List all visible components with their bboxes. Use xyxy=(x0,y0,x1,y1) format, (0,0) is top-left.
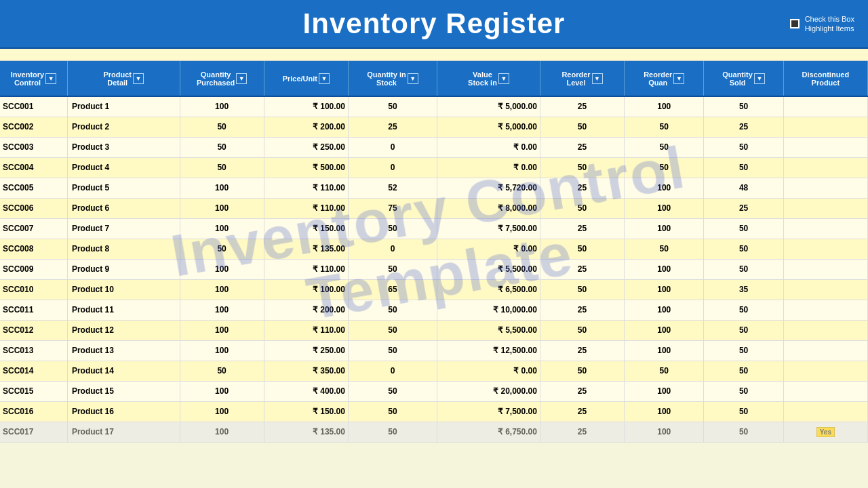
cell-row1-col1: Product 2 xyxy=(67,117,180,137)
price-unit-dropdown[interactable]: ▼ xyxy=(319,73,330,84)
col-header-price-unit: Price/Unit ▼ xyxy=(264,61,348,96)
cell-row12-col6: 25 xyxy=(540,340,624,361)
cell-row13-col8: 50 xyxy=(704,361,783,381)
cell-row11-col0: SCC012 xyxy=(0,320,67,340)
cell-row15-col6: 25 xyxy=(540,401,624,422)
cell-row2-col5: ₹ 0.00 xyxy=(437,137,540,157)
cell-row0-col0: SCC001 xyxy=(0,96,67,117)
cell-row7-col8: 50 xyxy=(704,239,783,259)
cell-row16-col1: Product 17 xyxy=(67,422,180,442)
cell-row11-col6: 50 xyxy=(540,320,624,340)
cell-row9-col8: 35 xyxy=(704,279,783,300)
cell-row3-col0: SCC004 xyxy=(0,157,67,178)
cell-row13-col2: 50 xyxy=(180,361,264,381)
table-row: SCC014Product 1450₹ 350.000₹ 0.00505050 xyxy=(0,361,868,381)
cell-row1-col3: ₹ 200.00 xyxy=(264,117,348,137)
page-title: Inventory Register xyxy=(149,7,719,40)
qty-purchase-dropdown[interactable]: ▼ xyxy=(236,73,247,84)
cell-row14-col8: 50 xyxy=(704,381,783,401)
cell-row3-col1: Product 4 xyxy=(67,157,180,178)
cell-row13-col7: 50 xyxy=(625,361,704,381)
cell-row8-col7: 100 xyxy=(625,259,704,279)
cell-row14-col7: 100 xyxy=(625,381,704,401)
cell-row16-col2: 100 xyxy=(180,422,264,442)
inv-control-dropdown[interactable]: ▼ xyxy=(45,73,56,84)
cell-row6-col8: 50 xyxy=(704,218,783,239)
cell-row1-col0: SCC002 xyxy=(0,117,67,137)
table-row: SCC001Product 1100₹ 100.0050₹ 5,000.0025… xyxy=(0,96,868,117)
cell-row15-col1: Product 16 xyxy=(67,401,180,422)
cell-row3-col3: ₹ 500.00 xyxy=(264,157,348,178)
cell-row6-col3: ₹ 150.00 xyxy=(264,218,348,239)
cell-row9-col9 xyxy=(783,279,867,300)
cell-row11-col2: 100 xyxy=(180,320,264,340)
col-header-value-stock: Value Stock in ▼ xyxy=(437,61,540,96)
product-detail-dropdown[interactable]: ▼ xyxy=(133,73,144,84)
cell-row14-col2: 100 xyxy=(180,381,264,401)
cell-row7-col6: 50 xyxy=(540,239,624,259)
cell-row5-col0: SCC006 xyxy=(0,198,67,218)
cell-row10-col4: 50 xyxy=(348,300,437,320)
cell-row13-col3: ₹ 350.00 xyxy=(264,361,348,381)
cell-row11-col3: ₹ 110.00 xyxy=(264,320,348,340)
sub-header-strip xyxy=(0,49,868,61)
value-stock-dropdown[interactable]: ▼ xyxy=(498,73,509,84)
reorder-quan-dropdown[interactable]: ▼ xyxy=(673,73,684,84)
qty-stock-dropdown[interactable]: ▼ xyxy=(408,73,418,84)
cell-row4-col3: ₹ 110.00 xyxy=(264,178,348,198)
cell-row0-col3: ₹ 100.00 xyxy=(264,96,348,117)
table-row: SCC005Product 5100₹ 110.0052₹ 5,720.0025… xyxy=(0,178,868,198)
cell-row16-col5: ₹ 6,750.00 xyxy=(437,422,540,442)
cell-row13-col4: 0 xyxy=(348,361,437,381)
cell-row14-col4: 50 xyxy=(348,381,437,401)
cell-row4-col1: Product 5 xyxy=(67,178,180,198)
cell-row8-col3: ₹ 110.00 xyxy=(264,259,348,279)
qty-sold-dropdown[interactable]: ▼ xyxy=(754,73,765,84)
cell-row6-col2: 100 xyxy=(180,218,264,239)
reorder-level-dropdown[interactable]: ▼ xyxy=(592,73,603,84)
col-header-reorder-quan: Reorder Quan ▼ xyxy=(625,61,704,96)
cell-row6-col6: 25 xyxy=(540,218,624,239)
cell-row15-col5: ₹ 7,500.00 xyxy=(437,401,540,422)
table-row: SCC006Product 6100₹ 110.0075₹ 8,000.0050… xyxy=(0,198,868,218)
cell-row13-col0: SCC014 xyxy=(0,361,67,381)
cell-row2-col9 xyxy=(783,137,867,157)
table-row: SCC008Product 850₹ 135.000₹ 0.00505050 xyxy=(0,239,868,259)
header: Inventory Register Check this Box Highli… xyxy=(0,0,868,49)
cell-row16-col9: Yes xyxy=(783,422,867,442)
cell-row2-col6: 25 xyxy=(540,137,624,157)
cell-row3-col2: 50 xyxy=(180,157,264,178)
cell-row2-col1: Product 3 xyxy=(67,137,180,157)
table-row: SCC016Product 16100₹ 150.0050₹ 7,500.002… xyxy=(0,401,868,422)
table-row: SCC010Product 10100₹ 100.0065₹ 6,500.005… xyxy=(0,279,868,300)
cell-row5-col7: 100 xyxy=(625,198,704,218)
cell-row8-col6: 25 xyxy=(540,259,624,279)
highlight-checkbox[interactable] xyxy=(790,19,800,28)
cell-row14-col3: ₹ 400.00 xyxy=(264,381,348,401)
cell-row9-col7: 100 xyxy=(625,279,704,300)
cell-row8-col8: 50 xyxy=(704,259,783,279)
cell-row6-col7: 100 xyxy=(625,218,704,239)
cell-row11-col5: ₹ 5,500.00 xyxy=(437,320,540,340)
cell-row12-col4: 50 xyxy=(348,340,437,361)
cell-row10-col9 xyxy=(783,300,867,320)
cell-row0-col9 xyxy=(783,96,867,117)
cell-row14-col9 xyxy=(783,381,867,401)
cell-row3-col5: ₹ 0.00 xyxy=(437,157,540,178)
cell-row2-col2: 50 xyxy=(180,137,264,157)
cell-row5-col8: 25 xyxy=(704,198,783,218)
cell-row9-col1: Product 10 xyxy=(67,279,180,300)
cell-row10-col7: 100 xyxy=(625,300,704,320)
cell-row7-col9 xyxy=(783,239,867,259)
cell-row6-col0: SCC007 xyxy=(0,218,67,239)
cell-row2-col8: 50 xyxy=(704,137,783,157)
table-row: SCC002Product 250₹ 200.0025₹ 5,000.00505… xyxy=(0,117,868,137)
cell-row1-col9 xyxy=(783,117,867,137)
cell-row15-col2: 100 xyxy=(180,401,264,422)
cell-row14-col0: SCC015 xyxy=(0,381,67,401)
cell-row9-col3: ₹ 100.00 xyxy=(264,279,348,300)
cell-row4-col2: 100 xyxy=(180,178,264,198)
cell-row3-col9 xyxy=(783,157,867,178)
cell-row11-col7: 100 xyxy=(625,320,704,340)
cell-row2-col7: 50 xyxy=(625,137,704,157)
